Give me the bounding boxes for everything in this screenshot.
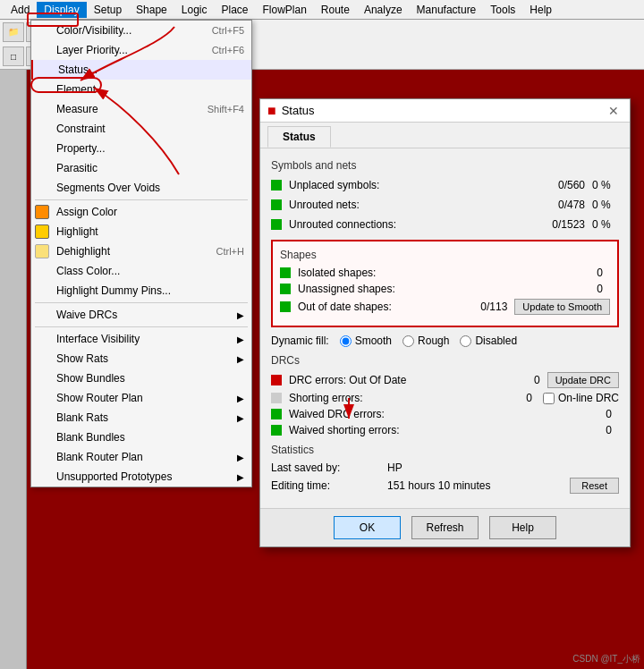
isolated-shapes-value: 0 — [549, 267, 603, 279]
rough-label: Rough — [418, 334, 449, 347]
online-drc-label: On-line DRC — [558, 392, 619, 404]
menu-manufacture[interactable]: Manufacture — [410, 2, 484, 18]
online-drc-checkbox-label[interactable]: On-line DRC — [543, 392, 619, 404]
tab-status[interactable]: Status — [267, 126, 331, 148]
menu-show-rats[interactable]: Show Rats ▶ — [31, 349, 251, 368]
menu-dehighlight[interactable]: Dehighlight Ctrl+H — [31, 241, 251, 261]
waive-drcs-arrow: ▶ — [237, 310, 244, 320]
menu-interface-visibility-label: Interface Visibility — [56, 333, 140, 345]
menu-assign-color-label: Assign Color — [56, 206, 117, 218]
menu-interface-visibility[interactable]: Interface Visibility ▶ — [31, 329, 251, 349]
menu-constraint[interactable]: Constraint — [31, 119, 251, 139]
menu-flowplan[interactable]: FlowPlan — [256, 2, 314, 18]
dialog-icon: ■ — [267, 103, 276, 119]
update-drc-button[interactable]: Update DRC — [547, 372, 619, 388]
dialog-titlebar: ■ Status ✕ — [260, 99, 630, 123]
menu-blank-router-plan[interactable]: Blank Router Plan ▶ — [31, 447, 251, 467]
unrouted-nets-row: Unrouted nets: 0/478 0 % — [271, 197, 619, 213]
menu-sep-2 — [35, 302, 248, 303]
shorting-errors-value: 0 — [479, 392, 532, 404]
menu-highlight-label: Highlight — [56, 225, 98, 238]
menu-measure[interactable]: Measure Shift+F4 — [31, 99, 251, 119]
menu-shape[interactable]: Shape — [129, 2, 174, 18]
dialog-title-text: Status — [282, 104, 315, 117]
menu-show-bundles[interactable]: Show Bundles — [31, 368, 251, 388]
menu-layer-priority[interactable]: Layer Priority... Ctrl+F6 — [31, 40, 251, 60]
unrouted-connections-label: Unrouted connections: — [289, 218, 531, 231]
menu-help[interactable]: Help — [522, 2, 559, 18]
unassigned-shapes-row: Unassigned shapes: 0 — [280, 283, 610, 295]
dynamic-fill-rough[interactable]: Rough — [402, 334, 449, 347]
dynamic-fill-smooth[interactable]: Smooth — [340, 334, 392, 347]
online-drc-checkbox[interactable] — [543, 393, 555, 404]
out-of-date-shapes-value: 0/113 — [453, 301, 507, 313]
menu-status[interactable]: Status... — [31, 60, 251, 80]
dialog-close-button[interactable]: ✕ — [605, 104, 623, 118]
menu-assign-color[interactable]: Assign Color — [31, 202, 251, 222]
help-button[interactable]: Help — [489, 516, 556, 539]
menu-tools[interactable]: Tools — [483, 2, 522, 18]
menu-color-visibility[interactable]: Color/Visibility... Ctrl+F5 — [31, 21, 251, 40]
menu-unsupported-prototypes[interactable]: Unsupported Prototypes ▶ — [31, 467, 251, 487]
disabled-label: Disabled — [475, 334, 517, 347]
unassigned-shapes-value: 0 — [549, 283, 603, 295]
menu-waive-drcs[interactable]: Waive DRCs ▶ — [31, 305, 251, 325]
reset-button[interactable]: Reset — [570, 478, 619, 494]
unrouted-nets-value: 0/478 — [531, 199, 585, 211]
menu-show-bundles-label: Show Bundles — [56, 372, 125, 385]
menu-element[interactable]: Element — [31, 80, 251, 99]
menu-setup[interactable]: Setup — [87, 2, 129, 18]
menu-property[interactable]: Property... — [31, 139, 251, 158]
unrouted-nets-pct: 0 % — [592, 199, 619, 211]
out-of-date-shapes-label: Out of date shapes: — [298, 301, 453, 313]
assign-color-icon — [35, 205, 49, 219]
disabled-radio[interactable] — [460, 335, 471, 347]
menu-add[interactable]: Add — [4, 2, 37, 18]
dynamic-fill-disabled[interactable]: Disabled — [460, 334, 517, 347]
menu-highlight[interactable]: Highlight — [31, 222, 251, 241]
menu-blank-router-plan-label: Blank Router Plan — [56, 451, 143, 463]
rough-radio[interactable] — [402, 335, 414, 347]
unsupported-prototypes-arrow: ▶ — [237, 472, 244, 482]
unplaced-symbols-row: Unplaced symbols: 0/560 0 % — [271, 177, 619, 193]
refresh-button[interactable]: Refresh — [411, 516, 479, 539]
menubar: Add Display Setup Shape Logic Place Flow… — [0, 0, 644, 20]
menu-logic[interactable]: Logic — [174, 2, 215, 18]
unassigned-shapes-icon — [280, 284, 291, 294]
menu-blank-rats-label: Blank Rats — [56, 411, 108, 424]
watermark: CSDN @IT_小桥 — [572, 653, 640, 665]
unrouted-connections-row: Unrouted connections: 0/1523 0 % — [271, 216, 619, 233]
menu-highlight-dummy[interactable]: Highlight Dummy Pins... — [31, 281, 251, 301]
waived-drc-errors-row: Waived DRC errors: 0 — [271, 408, 619, 420]
waived-shorting-icon — [271, 425, 282, 436]
menu-display[interactable]: Display — [37, 2, 86, 18]
menu-show-router-plan[interactable]: Show Router Plan ▶ — [31, 388, 251, 408]
menu-sep-1 — [35, 199, 248, 200]
dehighlight-icon — [35, 244, 49, 258]
editing-time-label: Editing time: — [271, 479, 387, 492]
menu-blank-rats[interactable]: Blank Rats ▶ — [31, 408, 251, 428]
dialog-tabs: Status — [260, 123, 630, 148]
smooth-radio[interactable] — [340, 335, 352, 347]
menu-analyze[interactable]: Analyze — [357, 2, 410, 18]
menu-dehighlight-shortcut: Ctrl+H — [216, 246, 244, 257]
out-of-date-shapes-row: Out of date shapes: 0/113 Update to Smoo… — [280, 299, 610, 315]
menu-class-color[interactable]: Class Color... — [31, 261, 251, 281]
tb-btn-9[interactable]: □ — [3, 47, 24, 66]
waived-drc-label: Waived DRC errors: — [289, 408, 558, 420]
tb-btn-1[interactable]: 📁 — [3, 22, 24, 42]
drc-errors-icon — [271, 375, 282, 385]
menu-segments-over-voids[interactable]: Segments Over Voids — [31, 178, 251, 198]
waived-drc-value: 0 — [558, 408, 612, 420]
menu-blank-bundles[interactable]: Blank Bundles — [31, 428, 251, 447]
ok-button[interactable]: OK — [334, 516, 401, 539]
menu-parasitic[interactable]: Parasitic — [31, 158, 251, 178]
statistics-section: Statistics Last saved by: HP Editing tim… — [271, 444, 619, 494]
menu-route[interactable]: Route — [314, 2, 357, 18]
waived-shorting-errors-row: Waived shorting errors: 0 — [271, 424, 619, 436]
left-panel — [0, 70, 27, 669]
menu-place[interactable]: Place — [214, 2, 255, 18]
isolated-shapes-row: Isolated shapes: 0 — [280, 267, 610, 279]
highlight-icon — [35, 224, 49, 239]
update-to-smooth-button[interactable]: Update to Smooth — [514, 299, 610, 315]
